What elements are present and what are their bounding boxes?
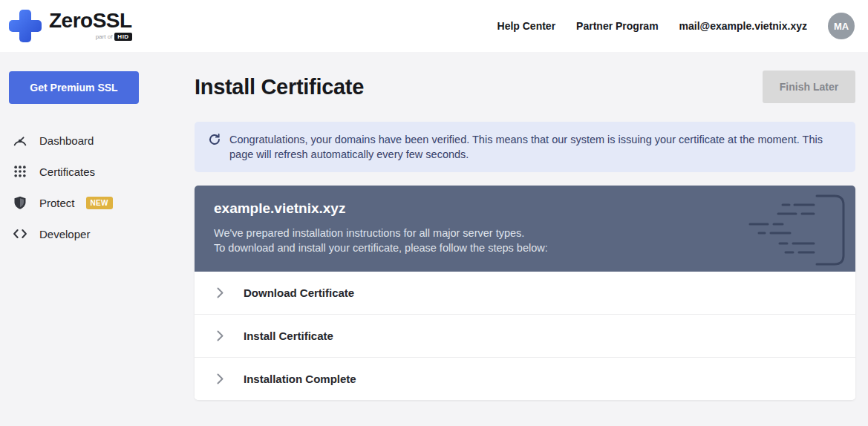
main-content: Install Certificate Finish Later Congrat… — [195, 52, 855, 400]
chevron-right-icon — [217, 287, 224, 299]
tagline-prefix: part of — [96, 33, 113, 40]
get-premium-ssl-button[interactable]: Get Premium SSL — [9, 71, 139, 104]
sidebar-item-label: Dashboard — [39, 134, 94, 147]
code-icon — [12, 226, 28, 242]
account-email[interactable]: mail@example.vietnix.xyz — [679, 20, 807, 32]
zerossl-logo[interactable]: ZeroSSL part of HID — [9, 10, 132, 42]
card-header: example.vietnix.xyz We've prepared insta… — [195, 186, 855, 272]
avatar[interactable]: MA — [828, 13, 855, 39]
zerossl-plus-icon — [9, 10, 42, 42]
partner-program-link[interactable]: Partner Program — [576, 20, 658, 32]
step-install-certificate[interactable]: Install Certificate — [195, 314, 855, 357]
sidebar-item-certificates[interactable]: Certificates — [0, 156, 178, 187]
hid-badge: HID — [114, 33, 131, 41]
help-center-link[interactable]: Help Center — [497, 20, 556, 32]
certificates-icon — [12, 163, 28, 180]
sidebar-item-protect[interactable]: Protect NEW — [0, 187, 178, 218]
chevron-right-icon — [217, 373, 224, 385]
sidebar-item-label: Protect — [39, 197, 75, 209]
banner-message: Congratulations, your domains have been … — [229, 132, 842, 162]
new-badge: NEW — [86, 197, 113, 209]
sidebar-item-label: Certificates — [39, 166, 95, 178]
card-description-line2: To download and install your certificate… — [214, 240, 836, 255]
sidebar-item-label: Developer — [39, 228, 90, 240]
step-label: Install Certificate — [244, 330, 333, 342]
top-header: ZeroSSL part of HID Help Center Partner … — [0, 0, 868, 52]
step-installation-complete[interactable]: Installation Complete — [195, 357, 855, 400]
step-download-certificate[interactable]: Download Certificate — [195, 272, 855, 314]
install-certificate-card: example.vietnix.xyz We've prepared insta… — [195, 186, 855, 400]
sidebar-nav: Dashboard Certificates Protect NEW — [0, 125, 178, 249]
step-label: Installation Complete — [244, 373, 356, 385]
sidebar: Get Premium SSL Dashboard Certificates — [0, 52, 178, 426]
step-label: Download Certificate — [244, 286, 354, 299]
sidebar-item-developer[interactable]: Developer — [0, 218, 178, 249]
dashboard-icon — [12, 132, 28, 148]
shield-icon — [12, 194, 28, 211]
card-description-line1: We've prepared installation instructions… — [214, 226, 836, 240]
domain-name: example.vietnix.xyz — [214, 200, 836, 217]
finish-later-button[interactable]: Finish Later — [763, 71, 855, 103]
logo-tagline: part of HID — [96, 33, 132, 41]
sidebar-item-dashboard[interactable]: Dashboard — [0, 125, 178, 156]
chevron-right-icon — [217, 330, 224, 342]
page-title: Install Certificate — [195, 75, 364, 99]
logo-text: ZeroSSL — [49, 10, 132, 32]
verification-banner: Congratulations, your domains have been … — [195, 122, 855, 172]
refresh-spinner-icon — [208, 133, 221, 149]
